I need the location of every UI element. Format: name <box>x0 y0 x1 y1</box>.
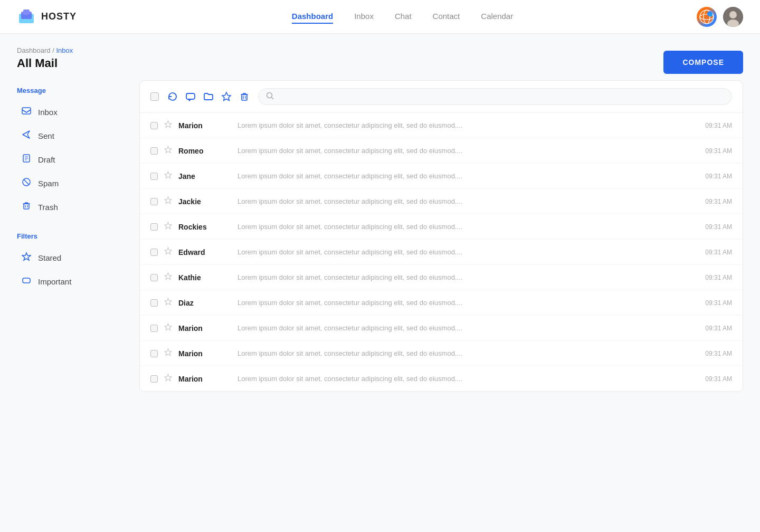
row-time: 09:31 AM <box>705 147 732 155</box>
mail-toolbar <box>140 81 743 113</box>
sidebar-item-trash[interactable]: Trash <box>17 196 122 218</box>
row-preview: Lorem ipsum dolor sit amet, consectetur … <box>238 147 692 155</box>
row-star-icon[interactable] <box>164 196 172 206</box>
email-row[interactable]: Marion Lorem ipsum dolor sit amet, conse… <box>140 341 743 366</box>
user-avatar[interactable] <box>723 7 743 27</box>
nav-dashboard[interactable]: Dashboard <box>292 10 333 24</box>
row-preview: Lorem ipsum dolor sit amet, consectetur … <box>238 248 692 256</box>
row-checkbox[interactable] <box>150 325 158 332</box>
row-star-icon[interactable] <box>164 298 172 308</box>
row-star-icon[interactable] <box>164 272 172 282</box>
svg-marker-24 <box>165 172 172 178</box>
sidebar-item-inbox-label: Inbox <box>38 108 58 117</box>
row-sender: Marion <box>178 349 231 358</box>
main-layout: Message Inbox Sent <box>0 80 760 409</box>
sidebar-message-label: Message <box>17 87 122 94</box>
svg-marker-29 <box>165 298 172 305</box>
sent-icon <box>21 130 32 142</box>
svg-marker-26 <box>165 222 172 229</box>
svg-marker-27 <box>165 248 172 254</box>
row-star-icon[interactable] <box>164 323 172 333</box>
sidebar-item-important[interactable]: Important <box>17 270 122 293</box>
logo-icon <box>17 7 36 26</box>
sidebar-item-important-label: Important <box>38 277 71 286</box>
compose-button[interactable]: COMPOSE <box>663 51 743 74</box>
sidebar-item-spam[interactable]: Spam <box>17 172 122 195</box>
globe-avatar[interactable]: 🌐 <box>697 7 717 27</box>
svg-point-10 <box>729 11 737 18</box>
svg-marker-16 <box>22 253 31 260</box>
breadcrumb-parent: Dashboard <box>17 46 51 54</box>
row-checkbox[interactable] <box>150 122 158 129</box>
search-container[interactable] <box>258 88 732 105</box>
svg-rect-18 <box>186 93 195 99</box>
comment-icon[interactable] <box>185 91 196 102</box>
row-sender: Kathie <box>178 273 231 282</box>
row-sender: Edward <box>178 248 231 256</box>
important-icon <box>21 276 32 288</box>
row-checkbox[interactable] <box>150 249 158 256</box>
nav-calendar[interactable]: Calendar <box>481 10 513 24</box>
row-star-icon[interactable] <box>164 171 172 181</box>
svg-marker-30 <box>165 324 172 330</box>
row-checkbox[interactable] <box>150 299 158 307</box>
row-checkbox[interactable] <box>150 198 158 205</box>
nav-inbox[interactable]: Inbox <box>354 10 374 24</box>
row-time: 09:31 AM <box>705 350 732 357</box>
row-time: 09:31 AM <box>705 173 732 180</box>
row-star-icon[interactable] <box>164 146 172 156</box>
sidebar-item-sent[interactable]: Sent <box>17 125 122 147</box>
row-preview: Lorem ipsum dolor sit amet, consectetur … <box>238 349 692 357</box>
toolbar-star-icon[interactable] <box>221 91 232 102</box>
sidebar-item-draft-label: Draft <box>38 155 55 164</box>
folder-icon[interactable] <box>203 91 214 102</box>
svg-marker-23 <box>165 146 172 153</box>
header: HOSTY Dashboard Inbox Chat Contact Calen… <box>0 0 760 34</box>
email-row[interactable]: Kathie Lorem ipsum dolor sit amet, conse… <box>140 265 743 290</box>
nav-contact[interactable]: Contact <box>433 10 460 24</box>
refresh-icon[interactable] <box>167 91 178 102</box>
sidebar-item-inbox[interactable]: Inbox <box>17 101 122 124</box>
nav-chat[interactable]: Chat <box>395 10 412 24</box>
svg-rect-15 <box>24 204 29 209</box>
email-row[interactable]: Diaz Lorem ipsum dolor sit amet, consect… <box>140 290 743 316</box>
row-checkbox[interactable] <box>150 350 158 357</box>
email-row[interactable]: Marion Lorem ipsum dolor sit amet, conse… <box>140 113 743 138</box>
row-sender: Rockies <box>178 223 231 231</box>
row-checkbox[interactable] <box>150 147 158 155</box>
row-star-icon[interactable] <box>164 247 172 257</box>
breadcrumb-current[interactable]: Inbox <box>56 46 73 54</box>
select-all-checkbox[interactable] <box>150 92 159 101</box>
row-time: 09:31 AM <box>705 122 732 129</box>
row-star-icon[interactable] <box>164 120 172 130</box>
spam-icon <box>21 177 32 189</box>
email-row[interactable]: Marion Lorem ipsum dolor sit amet, conse… <box>140 366 743 392</box>
email-list: Marion Lorem ipsum dolor sit amet, conse… <box>140 113 743 392</box>
row-time: 09:31 AM <box>705 223 732 231</box>
email-row[interactable]: Edward Lorem ipsum dolor sit amet, conse… <box>140 240 743 265</box>
row-preview: Lorem ipsum dolor sit amet, consectetur … <box>238 299 692 307</box>
row-star-icon[interactable] <box>164 222 172 232</box>
row-checkbox[interactable] <box>150 223 158 231</box>
sidebar-item-draft[interactable]: Draft <box>17 148 122 171</box>
search-input[interactable] <box>278 92 724 101</box>
email-row[interactable]: Jackie Lorem ipsum dolor sit amet, conse… <box>140 189 743 214</box>
row-sender: Marion <box>178 121 231 130</box>
row-star-icon[interactable] <box>164 374 172 384</box>
email-row[interactable]: Jane Lorem ipsum dolor sit amet, consect… <box>140 164 743 189</box>
row-checkbox[interactable] <box>150 274 158 281</box>
sidebar-item-stared[interactable]: Stared <box>17 246 122 269</box>
row-time: 09:31 AM <box>705 375 732 383</box>
svg-marker-19 <box>222 92 231 101</box>
sidebar-item-spam-label: Spam <box>38 179 59 188</box>
email-row[interactable]: Rockies Lorem ipsum dolor sit amet, cons… <box>140 214 743 240</box>
toolbar-trash-icon[interactable] <box>239 91 250 102</box>
row-star-icon[interactable] <box>164 348 172 358</box>
row-checkbox[interactable] <box>150 375 158 383</box>
main-nav: Dashboard Inbox Chat Contact Calendar <box>108 10 697 24</box>
row-preview: Lorem ipsum dolor sit amet, consectetur … <box>238 121 692 129</box>
email-row[interactable]: Romeo Lorem ipsum dolor sit amet, consec… <box>140 138 743 164</box>
row-checkbox[interactable] <box>150 173 158 180</box>
email-row[interactable]: Marion Lorem ipsum dolor sit amet, conse… <box>140 316 743 341</box>
row-sender: Romeo <box>178 147 231 155</box>
